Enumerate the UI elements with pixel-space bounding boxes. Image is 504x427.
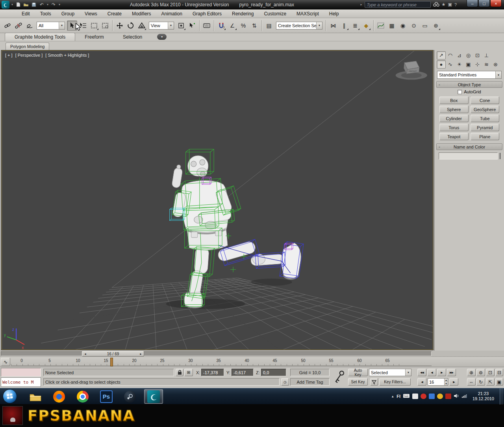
primitive-pyramid-button[interactable]: Pyramid	[471, 124, 500, 131]
frame-spinner-down-icon[interactable]: ▼	[445, 382, 448, 386]
taskbar-explorer-icon[interactable]	[26, 389, 45, 404]
viewport-menu-plus[interactable]: [ + ]	[5, 53, 13, 58]
select-and-move-icon[interactable]	[115, 20, 125, 31]
motion-panel-tab-icon[interactable]: ◎	[464, 51, 473, 59]
percent-snap-toggle-icon[interactable]: %	[238, 20, 248, 31]
display-panel-tab-icon[interactable]: ⊡	[473, 51, 482, 59]
auto-key-button[interactable]: Auto Key	[348, 369, 368, 376]
app-menu-caret-icon[interactable]: ▾	[10, 3, 14, 6]
language-indicator[interactable]: FI	[397, 394, 400, 399]
network-icon[interactable]	[461, 394, 467, 399]
next-key-button[interactable]: ▶	[449, 378, 458, 386]
menu-help[interactable]: Help	[324, 10, 344, 18]
render-production-icon[interactable]: ⊛	[431, 20, 441, 31]
menu-edit[interactable]: Edit	[17, 10, 35, 18]
curve-editor-icon[interactable]	[376, 20, 386, 31]
app-logo-icon[interactable]	[2, 1, 9, 9]
primitive-teapot-button[interactable]: Teapot	[439, 133, 469, 140]
play-animation-button[interactable]: ▶	[437, 369, 446, 376]
mini-curve-editor-button[interactable]: ∿	[1, 358, 10, 366]
save-file-icon[interactable]	[30, 1, 38, 8]
frame-number-stepper[interactable]: ▲▼	[428, 378, 448, 386]
communication-icon[interactable]: ▣	[448, 2, 452, 7]
maxscript-mini-listener[interactable]: Welcome to M	[1, 377, 41, 387]
object-name-input[interactable]	[439, 152, 498, 160]
perspective-viewport[interactable]: [ + ] [ Perspective ] [ Smooth + Highlig…	[2, 50, 433, 350]
key-filters-icon[interactable]	[370, 378, 378, 386]
search-binoculars-icon[interactable]	[433, 2, 439, 8]
align-icon[interactable]: ∥	[339, 20, 349, 31]
hierarchy-panel-tab-icon[interactable]: ⊿	[455, 51, 464, 59]
tray-icon[interactable]	[429, 394, 435, 399]
coord-y-field[interactable]: -0,617	[232, 369, 254, 376]
taskbar-firefox-icon[interactable]	[50, 389, 69, 404]
next-frame-arrow-icon[interactable]: ▸	[138, 351, 144, 356]
frame-number-input[interactable]	[428, 379, 444, 385]
create-panel-tab-icon[interactable]: ↗	[437, 51, 446, 59]
reference-coordinate-system-dropdown[interactable]: View▾	[149, 22, 174, 30]
time-slider-thumb[interactable]: ◂ 16 / 69 ▸	[82, 351, 144, 356]
pan-view-icon[interactable]: ⇔	[467, 378, 476, 386]
close-button[interactable]: ×	[490, 0, 502, 7]
tray-icon[interactable]	[445, 394, 451, 399]
menu-tools[interactable]: Tools	[35, 10, 56, 18]
keyboard-shortcut-override-icon[interactable]	[202, 20, 212, 31]
undo-caret-icon[interactable]: ▾	[46, 3, 50, 6]
viewcube[interactable]: FRONT	[396, 61, 427, 80]
shapes-category-icon[interactable]: ∿	[446, 60, 455, 69]
name-and-color-rollout-header[interactable]: -Name and Color	[436, 143, 502, 150]
viewport-scene[interactable]: z y x FRONT	[2, 51, 433, 349]
maximize-viewport-toggle-icon[interactable]: ▣	[495, 378, 503, 386]
object-color-swatch[interactable]	[500, 153, 500, 159]
maximize-button[interactable]: □	[478, 0, 490, 7]
redo-caret-icon[interactable]: ▾	[57, 3, 61, 6]
primitive-torus-button[interactable]: Torus	[439, 124, 469, 131]
tab-selection[interactable]: Selection	[113, 33, 152, 41]
material-editor-icon[interactable]: ◉	[398, 20, 408, 31]
menu-group[interactable]: Group	[56, 10, 80, 18]
absolute-offset-toggle-icon[interactable]: ⊞	[184, 369, 193, 376]
angle-snap-toggle-icon[interactable]: ∠	[227, 20, 237, 31]
zoom-region-icon[interactable]: ⊟	[495, 369, 503, 376]
infocenter-search-input[interactable]	[365, 1, 431, 8]
taskbar-steam-icon[interactable]	[120, 389, 139, 404]
cameras-category-icon[interactable]: ▣	[464, 60, 473, 69]
go-to-end-button[interactable]: ▶▶	[447, 369, 456, 376]
use-pivot-point-center-icon[interactable]	[176, 20, 186, 31]
search-expand-icon[interactable]: ▸	[361, 3, 362, 6]
primitive-tube-button[interactable]: Tube	[471, 115, 500, 122]
add-time-tag-field[interactable]: Add Time Tag	[290, 378, 330, 386]
primitive-cylinder-button[interactable]: Cylinder	[439, 115, 469, 122]
modify-panel-tab-icon[interactable]: ◠	[446, 51, 455, 59]
zoom-extents-icon[interactable]: ⊡	[486, 369, 495, 376]
menu-graph-editors[interactable]: Graph Editors	[187, 10, 227, 18]
geometry-category-dropdown[interactable]: Standard Primitives▾	[437, 71, 502, 79]
bind-to-space-warp-icon[interactable]	[24, 20, 35, 31]
frame-spinner-up-icon[interactable]: ▲	[445, 379, 448, 382]
field-of-view-icon[interactable]: ⇱	[486, 378, 495, 386]
tray-icon[interactable]	[421, 394, 426, 399]
helpers-category-icon[interactable]: ⊹	[473, 60, 482, 69]
previous-frame-button[interactable]: ◀	[427, 369, 436, 376]
tray-icon[interactable]	[437, 394, 443, 399]
named-selection-sets-dropdown[interactable]: Create Selection Se▾	[276, 22, 322, 30]
tray-expand-icon[interactable]: ▲	[391, 395, 394, 398]
help-icon[interactable]: ?	[454, 2, 457, 7]
coord-z-field[interactable]: 0,0	[261, 369, 286, 376]
viewport-menu-shading[interactable]: [ Smooth + Highlights ]	[45, 53, 89, 58]
primitive-cone-button[interactable]: Cone	[471, 97, 500, 104]
ribbon-minimize-icon[interactable]: ▾	[157, 34, 167, 40]
edit-named-selection-sets-icon[interactable]: ▤	[264, 20, 274, 31]
rendered-frame-window-icon[interactable]: ▭	[420, 20, 430, 31]
orbit-view-icon[interactable]: ↻	[476, 378, 485, 386]
schematic-view-icon[interactable]: ▦	[387, 20, 397, 31]
utilities-panel-tab-icon[interactable]: ⊥	[482, 51, 491, 59]
selection-lock-icon[interactable]	[176, 369, 183, 376]
start-button[interactable]	[3, 389, 17, 403]
zoom-all-icon[interactable]: ⊚	[476, 369, 485, 376]
autogrid-checkbox[interactable]	[458, 90, 462, 94]
minimize-button[interactable]: –	[467, 0, 478, 7]
taskbar-3dsmax-icon[interactable]	[144, 389, 163, 404]
key-mode-dropdown[interactable]: Selected▾	[369, 369, 411, 376]
open-file-icon[interactable]	[22, 1, 30, 8]
